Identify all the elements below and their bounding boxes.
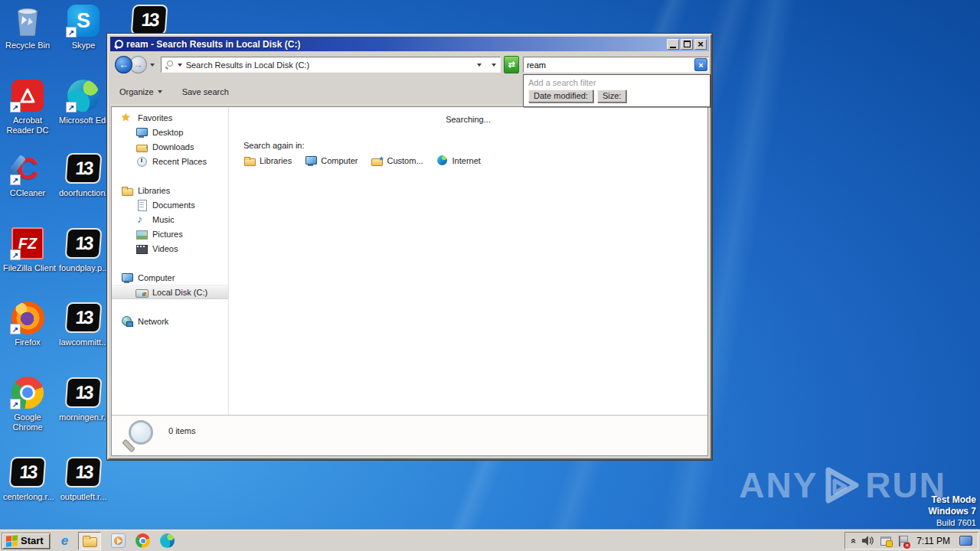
chevron-down-icon[interactable] — [477, 64, 482, 67]
tray-clock[interactable]: 7:11 PM — [914, 536, 952, 546]
desktop-icon — [136, 126, 148, 139]
search-filter-popup: Add a search filter Date modified: Size: — [523, 74, 710, 107]
chevron-down-icon[interactable] — [178, 64, 182, 67]
save-search-button[interactable]: Save search — [182, 87, 229, 96]
address-dropdown-icon[interactable] — [492, 64, 496, 67]
desktop-icon-ccleaner[interactable]: C ↗ CCleaner — [3, 152, 52, 198]
desktop-icon-doorfunction[interactable]: 13 doorfunction... — [59, 152, 108, 198]
search-box[interactable]: × — [523, 57, 709, 73]
desktop-icon-skype[interactable]: S ↗ Skype — [59, 4, 108, 51]
search-again-custom[interactable]: Custom... — [371, 155, 423, 167]
filter-hint: Add a search filter — [528, 78, 705, 87]
explorer-window: ream - Search Results in Local Disk (C:)… — [107, 34, 712, 460]
date-modified-filter-button[interactable]: Date modified: — [528, 90, 593, 103]
libraries-folder-icon — [243, 155, 256, 167]
nav-computer[interactable]: Computer — [112, 270, 228, 285]
desktop-icon-recycle-bin[interactable]: Recycle Bin — [3, 4, 52, 51]
desktop-icon-centerlong[interactable]: 13 centerlong.r... — [3, 455, 52, 502]
libraries-folder-icon — [121, 184, 133, 197]
recent-places-icon — [136, 155, 148, 168]
refresh-button[interactable]: ⇄ — [504, 56, 519, 73]
search-icon — [165, 60, 174, 69]
black-b-logo-icon: 13 — [65, 457, 103, 487]
volume-icon[interactable] — [862, 536, 874, 546]
music-icon — [136, 214, 148, 226]
search-again-libraries[interactable]: Libraries — [243, 155, 292, 167]
size-filter-button[interactable]: Size: — [597, 90, 626, 103]
network-icon — [121, 315, 133, 328]
shortcut-arrow-icon: ↗ — [10, 174, 21, 185]
search-input[interactable] — [527, 60, 694, 70]
nav-documents[interactable]: Documents — [112, 197, 228, 212]
black-b-logo-icon: 13 — [65, 228, 103, 259]
nav-videos[interactable]: Videos — [112, 241, 228, 256]
security-alert-icon[interactable] — [880, 536, 891, 546]
taskbar: Start e » × 7:11 PM — [0, 530, 980, 551]
display-icon[interactable] — [959, 536, 972, 546]
hidden-icons-chevron-icon[interactable]: » — [848, 538, 858, 543]
desktop-icon-partial[interactable]: 13 — [125, 3, 174, 37]
anyrun-watermark: ANY RUN — [739, 464, 946, 507]
action-center-flag-icon[interactable]: × — [898, 536, 907, 546]
shortcut-arrow-icon: ↗ — [10, 249, 21, 260]
nav-network[interactable]: Network — [112, 314, 228, 328]
desktop-icon-edge[interactable]: ↗ Microsoft Edge — [59, 79, 108, 126]
nav-local-disk-c[interactable]: Local Disk (C:) — [112, 285, 228, 299]
magnifier-icon — [129, 420, 153, 445]
desktop-icon-chrome[interactable]: ↗ Google Chrome — [3, 376, 52, 432]
custom-folder-icon — [371, 155, 383, 167]
address-box[interactable]: Search Results in Local Disk (C:) — [161, 57, 501, 73]
nav-libraries[interactable]: Libraries — [112, 183, 228, 197]
media-player-icon[interactable] — [111, 533, 126, 548]
internet-icon — [436, 155, 449, 167]
chrome-icon[interactable] — [136, 533, 150, 548]
search-again-label: Search again in: — [243, 141, 305, 150]
shortcut-arrow-icon: ↗ — [66, 27, 77, 37]
system-tray: » × 7:11 PM — [844, 532, 979, 549]
windows-explorer-button[interactable] — [78, 532, 101, 550]
back-button[interactable]: ← — [115, 56, 132, 73]
navigation-pane: Favorites Desktop Downloads Recent Place… — [112, 107, 228, 415]
shortcut-arrow-icon: ↗ — [10, 102, 21, 112]
nav-favorites[interactable]: Favorites — [112, 110, 228, 125]
black-b-logo-icon: 13 — [131, 5, 168, 35]
window-title: ream - Search Results in Local Disk (C:) — [126, 39, 667, 50]
desktop-icon-morningen[interactable]: 13 morningen.r... — [59, 376, 108, 422]
close-button[interactable]: × — [694, 39, 707, 50]
desktop-icon-firefox[interactable]: ↗ Firefox — [3, 301, 52, 347]
internet-explorer-icon[interactable]: e — [61, 533, 68, 549]
black-b-logo-icon: 13 — [65, 302, 103, 333]
address-location[interactable]: Search Results in Local Disk (C:) — [186, 60, 473, 70]
recycle-bin-icon — [10, 4, 45, 37]
black-b-logo-icon: 13 — [65, 153, 103, 184]
results-pane: Searching... Search again in: Libraries … — [229, 107, 707, 415]
history-chevron-icon[interactable] — [150, 64, 155, 67]
desktop-icon-lawcommitt[interactable]: 13 lawcommitt... — [59, 301, 108, 347]
desktop-icon-filezilla[interactable]: FZ ↗ FileZilla Client — [3, 227, 52, 273]
anyrun-play-logo — [819, 464, 864, 507]
clear-search-icon[interactable]: × — [694, 58, 707, 71]
folder-icon — [83, 536, 96, 546]
desktop-icon-outputleft[interactable]: 13 outputleft.r... — [59, 455, 108, 502]
maximize-button[interactable] — [681, 39, 693, 50]
search-again-internet[interactable]: Internet — [436, 155, 481, 167]
computer-icon — [305, 155, 317, 167]
search-again-computer[interactable]: Computer — [305, 155, 358, 167]
nav-pictures[interactable]: Pictures — [112, 227, 228, 241]
documents-icon — [136, 199, 148, 211]
nav-recent-places[interactable]: Recent Places — [112, 154, 228, 168]
nav-desktop[interactable]: Desktop — [112, 125, 228, 139]
videos-icon — [136, 243, 148, 255]
shortcut-arrow-icon: ↗ — [10, 324, 21, 334]
title-bar[interactable]: ream - Search Results in Local Disk (C:)… — [110, 37, 709, 51]
nav-downloads[interactable]: Downloads — [112, 139, 228, 154]
desktop-icon-acrobat[interactable]: ↗ Acrobat Reader DC — [3, 79, 52, 135]
minimize-button[interactable] — [667, 39, 679, 50]
test-mode-label: Test Mode Windows 7 Build 7601 — [928, 494, 976, 529]
nav-music[interactable]: Music — [112, 212, 228, 227]
edge-icon[interactable] — [160, 533, 175, 548]
desktop-icon-foundplay[interactable]: 13 foundplay.p... — [59, 227, 108, 273]
window-body: Favorites Desktop Downloads Recent Place… — [111, 106, 708, 456]
start-button[interactable]: Start — [2, 533, 51, 549]
organize-menu[interactable]: Organize — [119, 87, 162, 96]
